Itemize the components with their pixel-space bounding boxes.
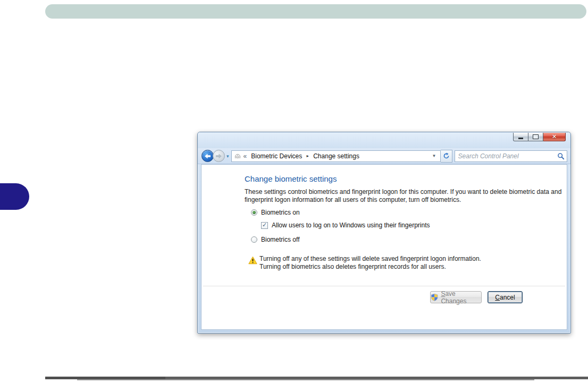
button-separator <box>203 286 565 286</box>
close-button[interactable]: ✕ <box>543 133 566 141</box>
warning-message: Turning off any of these settings will d… <box>248 255 481 271</box>
maximize-icon <box>533 134 539 139</box>
forward-button[interactable] <box>213 150 225 162</box>
back-button[interactable] <box>201 150 214 162</box>
radio-biometrics-off[interactable]: Biometrics off <box>251 236 299 243</box>
search-box <box>455 150 567 162</box>
search-icon[interactable] <box>557 152 565 160</box>
save-changes-button[interactable]: Save Changes <box>430 291 482 303</box>
warning-icon <box>248 256 257 265</box>
biometric-settings-window: ✕ ▾ <box>197 132 571 334</box>
warning-line-2: Turning off biometrics also deletes fing… <box>259 263 481 271</box>
cancel-mnemonic: C <box>495 294 500 301</box>
page-header-bar <box>45 4 586 19</box>
warning-line-1: Turning off any of these settings will d… <box>259 255 481 263</box>
maximize-button[interactable] <box>528 133 543 141</box>
document-page: ✕ ▾ <box>0 0 588 383</box>
breadcrumb-item-change-settings[interactable]: Change settings <box>312 152 361 160</box>
breadcrumb-overflow-chevrons[interactable]: « <box>243 152 247 160</box>
minimize-icon <box>518 138 523 139</box>
refresh-button[interactable] <box>441 150 452 163</box>
page-title: Change biometric settings <box>245 174 337 183</box>
checkbox-allow-fingerprint-logon[interactable]: ✓ Allow users to log on to Windows using… <box>261 222 430 229</box>
history-chevron-icon[interactable]: ▾ <box>226 154 229 159</box>
address-bar[interactable]: « Biometric Devices ► Change settings ▼ <box>231 150 441 162</box>
search-input[interactable] <box>457 152 557 160</box>
radio-unselected-icon <box>251 236 257 243</box>
fingerprint-icon <box>234 152 241 160</box>
chapter-side-tab <box>0 183 29 210</box>
radio-biometrics-on[interactable]: Biometrics on <box>251 209 300 216</box>
uac-shield-icon <box>431 293 438 301</box>
refresh-icon <box>443 152 450 159</box>
cancel-button[interactable]: Cancel <box>488 291 523 303</box>
address-dropdown-arrow-icon[interactable]: ▼ <box>431 154 438 158</box>
breadcrumb-item-biometric-devices[interactable]: Biometric Devices <box>249 152 304 160</box>
breadcrumb-arrow-icon[interactable]: ► <box>306 154 309 158</box>
footer-rule <box>77 379 534 380</box>
radio-biometrics-on-label: Biometrics on <box>261 209 300 216</box>
settings-description: These settings control biometrics and fi… <box>245 188 573 204</box>
settings-content-panel: Change biometric settings These settings… <box>201 164 567 330</box>
save-label-rest: ave Changes <box>441 290 466 305</box>
radio-selected-icon <box>251 209 257 216</box>
radio-biometrics-off-label: Biometrics off <box>261 236 299 243</box>
forward-arrow-icon <box>216 154 222 159</box>
close-icon: ✕ <box>552 134 557 140</box>
navigation-toolbar: ▾ « Biometric Devices ► Change settings … <box>198 148 570 164</box>
caption-buttons: ✕ <box>513 133 566 141</box>
checkbox-checked-icon: ✓ <box>261 222 268 229</box>
back-arrow-icon <box>205 154 211 159</box>
checkbox-allow-fingerprint-logon-label: Allow users to log on to Windows using t… <box>272 222 430 229</box>
minimize-button[interactable] <box>513 133 528 141</box>
window-titlebar[interactable]: ✕ <box>198 132 570 148</box>
cancel-label-rest: ancel <box>500 294 515 301</box>
